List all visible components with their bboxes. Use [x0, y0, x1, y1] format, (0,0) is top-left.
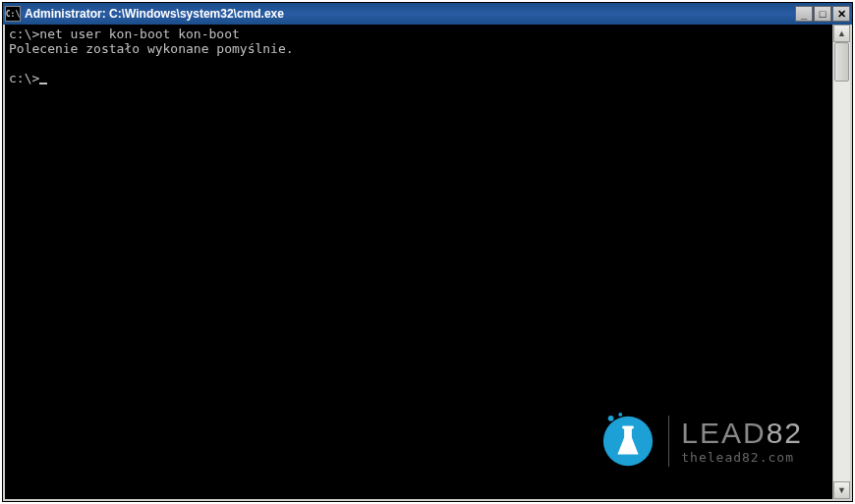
scroll-down-button[interactable]: ▼: [833, 481, 850, 499]
prompt: c:\>: [9, 27, 39, 41]
scroll-track[interactable]: [833, 42, 850, 481]
vertical-scrollbar[interactable]: ▲ ▼: [832, 25, 850, 499]
window-controls: _ □ ✕: [794, 6, 850, 22]
command-text: net user kon-boot kon-boot: [39, 27, 240, 41]
output-text: Polecenie zostało wykonane pomyślnie.: [9, 41, 294, 56]
titlebar[interactable]: C:\ Administrator: C:\Windows\system32\c…: [3, 3, 852, 25]
brand-a: LEAD: [681, 417, 766, 449]
svg-point-0: [608, 416, 614, 421]
watermark-divider: [668, 416, 669, 467]
svg-point-1: [619, 413, 623, 417]
watermark: LEAD82 thelead82.com: [599, 413, 803, 470]
watermark-url: thelead82.com: [681, 450, 794, 465]
maximize-button[interactable]: □: [814, 6, 831, 22]
prompt: c:\>: [9, 71, 39, 85]
brand-b: 82: [767, 417, 803, 449]
cmd-icon: C:\: [5, 6, 21, 22]
cmd-window: C:\ Administrator: C:\Windows\system32\c…: [2, 2, 853, 502]
watermark-text: LEAD82 thelead82.com: [681, 419, 803, 465]
window-title: Administrator: C:\Windows\system32\cmd.e…: [25, 7, 794, 21]
svg-rect-3: [622, 426, 634, 429]
scroll-thumb[interactable]: [834, 42, 849, 82]
watermark-brand: LEAD82: [681, 419, 803, 448]
cursor: [39, 83, 47, 84]
minimize-button[interactable]: _: [795, 6, 813, 22]
close-button[interactable]: ✕: [832, 6, 850, 22]
terminal-output[interactable]: c:\>net user kon-boot kon-boot Polecenie…: [5, 25, 832, 499]
content-wrapper: c:\>net user kon-boot kon-boot Polecenie…: [3, 25, 852, 501]
cmd-icon-label: C:\: [6, 10, 20, 19]
scroll-up-button[interactable]: ▲: [833, 25, 850, 42]
flask-icon: [599, 413, 656, 470]
